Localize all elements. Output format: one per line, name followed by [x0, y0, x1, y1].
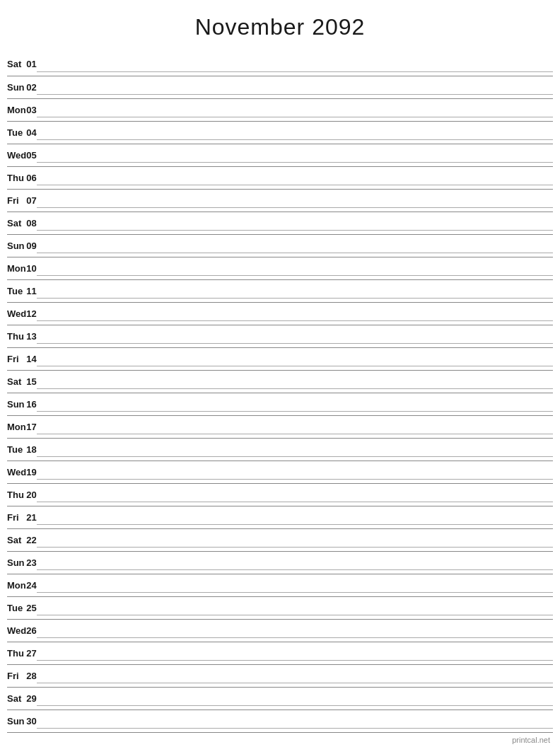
day-line — [37, 642, 553, 664]
calendar-row: Sun02 — [7, 76, 553, 98]
calendar-row: Sun23 — [7, 551, 553, 574]
calendar-row: Thu27 — [7, 642, 553, 664]
day-line — [37, 506, 553, 528]
day-number: 16 — [26, 393, 36, 415]
day-name: Mon — [7, 257, 26, 279]
day-line — [37, 528, 553, 551]
day-line — [37, 121, 553, 144]
day-line — [37, 144, 553, 166]
day-number: 23 — [26, 551, 36, 574]
calendar-row: Mon17 — [7, 415, 553, 438]
day-name: Sat — [7, 53, 26, 76]
day-number: 12 — [26, 302, 36, 325]
day-line — [37, 687, 553, 710]
day-name: Fri — [7, 664, 26, 687]
calendar-row: Sun09 — [7, 234, 553, 257]
day-name: Sun — [7, 76, 26, 98]
day-number: 13 — [26, 325, 36, 347]
day-name: Tue — [7, 279, 26, 302]
day-name: Wed — [7, 619, 26, 642]
calendar-row: Fri14 — [7, 347, 553, 370]
calendar-row: Sat29 — [7, 687, 553, 710]
calendar-row: Wed19 — [7, 461, 553, 483]
day-line — [37, 574, 553, 596]
calendar-row: Tue11 — [7, 279, 553, 302]
calendar-row: Wed26 — [7, 619, 553, 642]
calendar-row: Sat22 — [7, 528, 553, 551]
day-line — [37, 325, 553, 347]
day-name: Sat — [7, 370, 26, 393]
day-name: Fri — [7, 347, 26, 370]
day-name: Wed — [7, 461, 26, 483]
day-number: 03 — [26, 98, 36, 121]
calendar-row: Fri07 — [7, 189, 553, 212]
day-name: Wed — [7, 302, 26, 325]
page-title: November 2092 — [7, 14, 553, 40]
day-line — [37, 347, 553, 370]
day-number: 10 — [26, 257, 36, 279]
day-line — [37, 438, 553, 461]
day-line — [37, 370, 553, 393]
day-number: 28 — [26, 664, 36, 687]
day-line — [37, 710, 553, 732]
day-line — [37, 212, 553, 234]
day-line — [37, 461, 553, 483]
day-name: Tue — [7, 438, 26, 461]
day-number: 30 — [26, 710, 36, 732]
day-name: Sat — [7, 687, 26, 710]
calendar-row: Thu13 — [7, 325, 553, 347]
day-line — [37, 76, 553, 98]
day-name: Sun — [7, 234, 26, 257]
calendar-row: Sat15 — [7, 370, 553, 393]
day-name: Sun — [7, 551, 26, 574]
day-name: Thu — [7, 166, 26, 189]
calendar-row: Sun16 — [7, 393, 553, 415]
day-line — [37, 166, 553, 189]
calendar-row: Sat08 — [7, 212, 553, 234]
day-line — [37, 596, 553, 619]
day-name: Fri — [7, 506, 26, 528]
day-name: Tue — [7, 596, 26, 619]
day-line — [37, 279, 553, 302]
day-number: 17 — [26, 415, 36, 438]
day-name: Mon — [7, 574, 26, 596]
day-number: 15 — [26, 370, 36, 393]
day-number: 01 — [26, 53, 36, 76]
day-name: Mon — [7, 415, 26, 438]
day-name: Sat — [7, 212, 26, 234]
day-line — [37, 664, 553, 687]
day-line — [37, 415, 553, 438]
day-number: 26 — [26, 619, 36, 642]
day-number: 18 — [26, 438, 36, 461]
day-name: Wed — [7, 144, 26, 166]
calendar-row: Tue25 — [7, 596, 553, 619]
calendar-row: Wed12 — [7, 302, 553, 325]
day-line — [37, 98, 553, 121]
footer-text: printcal.net — [512, 736, 550, 744]
day-name: Fri — [7, 189, 26, 212]
calendar-row: Fri28 — [7, 664, 553, 687]
day-number: 24 — [26, 574, 36, 596]
day-number: 06 — [26, 166, 36, 189]
calendar-row: Fri21 — [7, 506, 553, 528]
day-line — [37, 257, 553, 279]
day-number: 29 — [26, 687, 36, 710]
day-number: 20 — [26, 483, 36, 506]
calendar-row: Mon03 — [7, 98, 553, 121]
day-number: 09 — [26, 234, 36, 257]
day-line — [37, 483, 553, 506]
day-name: Sun — [7, 710, 26, 732]
day-name: Sun — [7, 393, 26, 415]
calendar-row: Sat01 — [7, 53, 553, 76]
day-line — [37, 234, 553, 257]
day-number: 21 — [26, 506, 36, 528]
calendar-row: Mon24 — [7, 574, 553, 596]
day-line — [37, 302, 553, 325]
day-number: 19 — [26, 461, 36, 483]
day-name: Thu — [7, 325, 26, 347]
day-name: Thu — [7, 642, 26, 664]
day-number: 04 — [26, 121, 36, 144]
day-number: 25 — [26, 596, 36, 619]
day-line — [37, 53, 553, 76]
calendar-row: Thu20 — [7, 483, 553, 506]
